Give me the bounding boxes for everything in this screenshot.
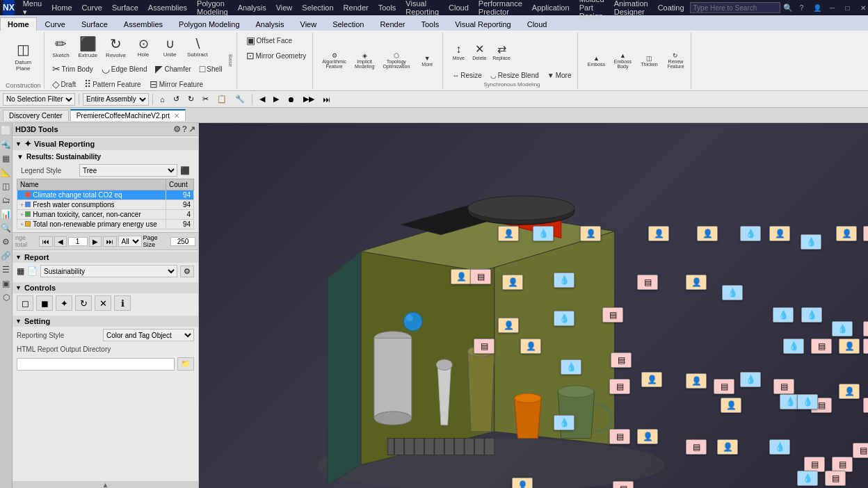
tab-home[interactable]: Home bbox=[0, 17, 37, 31]
mirror-geometry-button[interactable]: ⊡Mirror Geometry bbox=[243, 49, 310, 63]
row-expand-icon[interactable]: + bbox=[20, 221, 24, 228]
menu-molded-part-design[interactable]: Molded Part Design bbox=[575, 0, 609, 22]
model-annotation-tag[interactable]: 💧 bbox=[554, 415, 574, 430]
revolve-button[interactable]: ↻ Revolve bbox=[102, 33, 129, 60]
datum-plane-button[interactable]: ◫ DatumPlane bbox=[10, 38, 35, 74]
model-annotation-tag[interactable]: 👤 bbox=[769, 226, 790, 241]
edge-blend-button[interactable]: ◡Edge Blend bbox=[98, 62, 151, 76]
extrude-button[interactable]: ⬛ Extrude bbox=[75, 33, 102, 60]
tab-curve[interactable]: Curve bbox=[38, 17, 73, 31]
model-annotation-tag[interactable]: ▤ bbox=[811, 339, 832, 354]
search-icon[interactable]: 🔍 bbox=[783, 3, 793, 13]
html-output-browse-button[interactable]: 📁 bbox=[177, 357, 194, 371]
menu-render[interactable]: Render bbox=[339, 2, 373, 13]
menu-polygon-modeling[interactable]: Polygon Modeling bbox=[193, 0, 232, 17]
resize-button[interactable]: ↔Resize bbox=[449, 70, 485, 81]
model-annotation-tag[interactable]: ▤ bbox=[863, 339, 868, 354]
model-annotation-tag[interactable]: 💧 bbox=[773, 307, 794, 323]
tab-analysis[interactable]: Analysis bbox=[248, 17, 292, 31]
model-annotation-tag[interactable]: ▤ bbox=[863, 321, 868, 336]
thicken-button[interactable]: ◫ Thicken bbox=[636, 33, 661, 88]
model-annotation-tag[interactable]: ▤ bbox=[609, 429, 630, 444]
left-icon-4[interactable]: 📐 bbox=[1, 168, 11, 177]
tab-surface[interactable]: Surface bbox=[74, 17, 115, 31]
left-icon-6[interactable]: 🗂 bbox=[2, 195, 10, 205]
tab-view[interactable]: View bbox=[293, 17, 325, 31]
menu-curve[interactable]: Curve bbox=[78, 2, 106, 13]
ctrl-btn-6[interactable]: ℹ bbox=[114, 295, 131, 311]
draft-button[interactable]: ◇Draft bbox=[49, 77, 80, 91]
toolbar-btn-11[interactable]: ⏭ bbox=[319, 94, 334, 105]
model-annotation-tag[interactable]: 💧 bbox=[769, 439, 790, 455]
model-annotation-tag[interactable]: 👤 bbox=[641, 372, 662, 387]
tab-tools[interactable]: Tools bbox=[414, 17, 447, 31]
maximize-button[interactable]: □ bbox=[842, 1, 854, 14]
model-annotation-tag[interactable]: 💧 bbox=[801, 307, 822, 323]
hole-button[interactable]: ⊙ Hole bbox=[131, 33, 156, 60]
table-row[interactable]: +Human toxicity, cancer, non-cancer4 bbox=[17, 210, 194, 220]
model-annotation-tag[interactable]: 💧 bbox=[797, 394, 818, 409]
visual-reporting-header[interactable]: ▼ ✦ Visual Reporting bbox=[13, 138, 198, 150]
page-prev-button[interactable]: ◀ bbox=[54, 236, 67, 247]
tab-discovery-center[interactable]: Discovery Center bbox=[3, 110, 69, 121]
feature-more-button[interactable]: ▼ More bbox=[415, 33, 440, 88]
model-annotation-tag[interactable]: ▤ bbox=[474, 339, 495, 354]
ctrl-btn-1[interactable]: ◻ bbox=[17, 295, 33, 311]
model-annotation-tag[interactable]: 👤 bbox=[686, 275, 707, 290]
search-input[interactable] bbox=[690, 2, 780, 13]
left-icon-10[interactable]: 🔗 bbox=[1, 251, 11, 261]
tab-assemblies[interactable]: Assemblies bbox=[116, 17, 170, 31]
page-size-input[interactable] bbox=[170, 237, 195, 246]
page-last-button[interactable]: ⏭ bbox=[103, 236, 117, 247]
toolbar-btn-8[interactable]: ▶ bbox=[270, 93, 282, 105]
model-annotation-tag[interactable]: ▤ bbox=[832, 457, 853, 472]
menu-assemblies[interactable]: Assemblies bbox=[144, 2, 191, 13]
left-icon-9[interactable]: ⚙ bbox=[2, 237, 10, 247]
panel-expand-icon[interactable]: ↗ bbox=[188, 124, 195, 134]
model-annotation-tag[interactable]: ▤ bbox=[611, 352, 632, 368]
model-annotation-tag[interactable]: 👤 bbox=[697, 226, 718, 241]
toolbar-btn-2[interactable]: ↺ bbox=[170, 93, 183, 105]
minimize-button[interactable]: ─ bbox=[826, 1, 839, 14]
tab-close-icon[interactable]: ✕ bbox=[174, 112, 179, 120]
move-button[interactable]: ↕ Move bbox=[449, 33, 468, 70]
model-annotation-tag[interactable]: 💧 bbox=[783, 339, 804, 354]
shell-button[interactable]: □Shell bbox=[196, 62, 226, 76]
model-annotation-tag[interactable]: 💧 bbox=[832, 321, 853, 336]
model-annotation-tag[interactable]: ▤ bbox=[863, 398, 868, 413]
help-icon[interactable]: ? bbox=[796, 1, 808, 14]
page-first-button[interactable]: ⏮ bbox=[39, 236, 53, 247]
menu-application[interactable]: Application bbox=[528, 2, 574, 13]
menu-coating[interactable]: Coating bbox=[654, 2, 689, 13]
menu-animation-designer[interactable]: Animation Designer bbox=[610, 0, 652, 17]
model-annotation-tag[interactable]: 👤 bbox=[498, 318, 519, 333]
model-annotation-tag[interactable]: 💧 bbox=[797, 471, 818, 486]
offset-face-button[interactable]: ▣Offset Face bbox=[243, 33, 310, 47]
tab-render[interactable]: Render bbox=[372, 17, 412, 31]
row-expand-icon[interactable]: + bbox=[20, 202, 24, 209]
left-icon-3[interactable]: ▦ bbox=[2, 154, 10, 163]
menu-cloud[interactable]: Cloud bbox=[444, 2, 473, 13]
model-annotation-tag[interactable]: ▤ bbox=[863, 226, 868, 241]
model-annotation-tag[interactable]: 👤 bbox=[451, 269, 472, 284]
algorithmic-feature-button[interactable]: ⚙ AlgorithmicFeature bbox=[319, 33, 350, 88]
model-annotation-tag[interactable]: 👤 bbox=[498, 226, 519, 241]
model-annotation-tag[interactable]: 👤 bbox=[836, 226, 857, 241]
menu-menu-item[interactable]: Menu ▾ bbox=[19, 0, 47, 18]
subtract-button[interactable]: ∖ Subtract bbox=[184, 33, 211, 60]
toolbar-btn-6[interactable]: 🔧 bbox=[232, 93, 248, 105]
delete-button[interactable]: ✕ Delete bbox=[469, 33, 489, 70]
model-annotation-tag[interactable]: 💧 bbox=[740, 226, 761, 241]
controls-header[interactable]: ▼ Controls bbox=[13, 282, 198, 293]
model-annotation-tag[interactable]: ▤ bbox=[602, 307, 623, 323]
menu-home[interactable]: Home bbox=[47, 2, 76, 13]
model-annotation-tag[interactable]: 👤 bbox=[580, 226, 601, 241]
menu-selection[interactable]: Selection bbox=[298, 2, 337, 13]
renew-feature-button[interactable]: ↻ RenewFeature bbox=[663, 33, 688, 88]
page-number-input[interactable] bbox=[68, 237, 88, 246]
table-row[interactable]: +Fresh water consumptions94 bbox=[17, 200, 194, 210]
toolbar-btn-10[interactable]: ▶▶ bbox=[300, 93, 318, 105]
tab-polygon-modeling[interactable]: Polygon Modeling bbox=[171, 17, 247, 31]
selection-filter-dropdown[interactable]: No Selection Filter bbox=[3, 93, 75, 106]
model-annotation-tag[interactable]: 👤 bbox=[520, 339, 541, 354]
